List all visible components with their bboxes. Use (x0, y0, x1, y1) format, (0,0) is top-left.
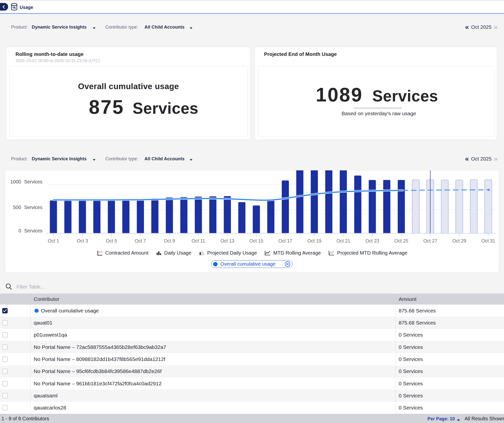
svg-text:Oct 17: Oct 17 (278, 238, 292, 244)
svg-text:Services: Services (24, 228, 43, 233)
svg-text:Oct 5: Oct 5 (106, 238, 117, 244)
svg-text:%: % (13, 5, 16, 10)
svg-text:Oct 15: Oct 15 (249, 238, 263, 244)
svg-text:Oct 13: Oct 13 (220, 238, 234, 244)
svg-text:Oct 19: Oct 19 (307, 238, 321, 244)
svg-text:Oct 9: Oct 9 (164, 238, 175, 244)
svg-text:0: 0 (18, 228, 21, 233)
svg-text:Oct 23: Oct 23 (365, 238, 379, 244)
svg-text:Oct 25: Oct 25 (394, 238, 408, 244)
svg-text:Oct 1: Oct 1 (48, 238, 59, 244)
svg-text:Oct 11: Oct 11 (192, 238, 205, 244)
svg-text:Oct 21: Oct 21 (336, 238, 350, 244)
svg-text:Oct 29: Oct 29 (452, 238, 466, 244)
svg-text:500: 500 (13, 205, 21, 210)
svg-text:Services: Services (24, 179, 43, 184)
svg-text:Oct 3: Oct 3 (77, 238, 88, 244)
svg-text:Oct 31: Oct 31 (481, 238, 495, 244)
svg-text:Oct 27: Oct 27 (423, 238, 437, 244)
svg-text:1000: 1000 (10, 179, 21, 184)
svg-text:Services: Services (24, 205, 43, 210)
svg-text:Oct 7: Oct 7 (135, 238, 146, 244)
